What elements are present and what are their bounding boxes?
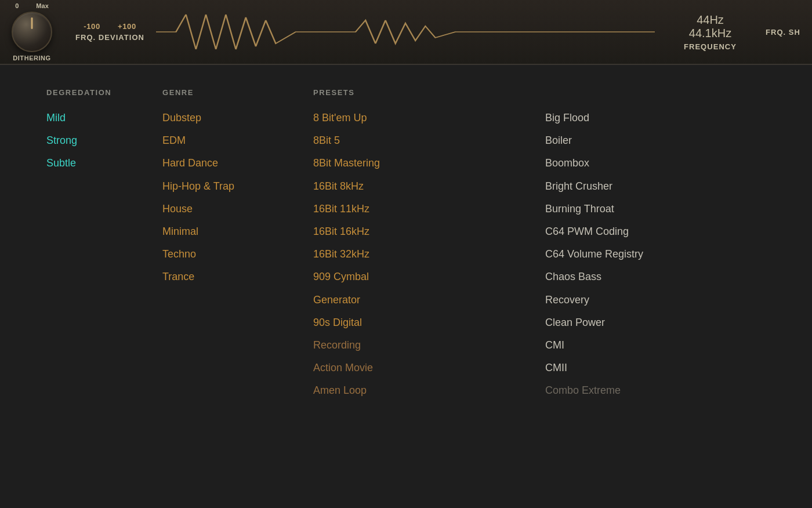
frq-dev-min: -100 (84, 22, 100, 31)
preset-item-generator[interactable]: Generator (313, 293, 545, 307)
preset-item-8bitem-up[interactable]: 8 Bit'em Up (313, 111, 545, 125)
genre-item-edm[interactable]: EDM (162, 133, 313, 148)
preset-item-16bit-11khz[interactable]: 16Bit 11kHz (313, 202, 545, 216)
preset-item-16bit-8khz[interactable]: 16Bit 8kHz (313, 179, 545, 194)
preset-item-16bit-32khz[interactable]: 16Bit 32kHz (313, 247, 545, 262)
genre-item-dubstep[interactable]: Dubstep (162, 111, 313, 125)
genre-column: GENRE Dubstep EDM Hard Dance Hip-Hop & T… (162, 88, 313, 496)
preset-item-chaos-bass[interactable]: Chaos Bass (545, 270, 777, 284)
dithering-max: Max (36, 2, 48, 9)
preset-item-amen-loop[interactable]: Amen Loop (313, 383, 545, 398)
preset-item-cmii[interactable]: CMII (545, 361, 777, 375)
presets-header: PRESETS (313, 88, 545, 97)
genre-item-minimal[interactable]: Minimal (162, 224, 313, 239)
presets-column-1: PRESETS 8 Bit'em Up 8Bit 5 8Bit Masterin… (313, 88, 545, 496)
preset-item-combo-extreme[interactable]: Combo Extreme (545, 383, 777, 398)
preset-item-clean-power[interactable]: Clean Power (545, 315, 777, 330)
genre-item-house[interactable]: House (162, 202, 313, 216)
genre-item-hard-dance[interactable]: Hard Dance (162, 156, 313, 170)
frequency-value2: 44.1kHz (689, 27, 731, 40)
top-instrument-panel: 0 Max DITHERING -100 +100 FRQ. DEVIATION… (0, 0, 812, 65)
preset-item-909-cymbal[interactable]: 909 Cymbal (313, 270, 545, 284)
preset-item-recording[interactable]: Recording (313, 338, 545, 353)
degradation-column: DEGREDATION Mild Strong Subtle (46, 88, 162, 496)
preset-item-burning-throat[interactable]: Burning Throat (545, 202, 777, 216)
preset-item-cmi[interactable]: CMI (545, 338, 777, 353)
frq-deviation-label: FRQ. DEVIATION (75, 33, 144, 42)
preset-item-8bit-mastering[interactable]: 8Bit Mastering (313, 156, 545, 170)
preset-item-c64-pwm[interactable]: C64 PWM Coding (545, 224, 777, 239)
preset-item-boiler[interactable]: Boiler (545, 133, 777, 148)
preset-item-c64-volume[interactable]: C64 Volume Registry (545, 247, 777, 262)
frq-shape-label: FRQ. SH (766, 28, 800, 37)
preset-item-action-movie[interactable]: Action Movie (313, 361, 545, 375)
preset-item-recovery[interactable]: Recovery (545, 293, 777, 307)
frq-dev-max: +100 (118, 22, 136, 31)
degradation-item-mild[interactable]: Mild (46, 111, 162, 125)
genre-item-hiphop-trap[interactable]: Hip-Hop & Trap (162, 179, 313, 194)
degradation-item-strong[interactable]: Strong (46, 133, 162, 148)
dithering-min: 0 (15, 2, 19, 9)
waveform-display (156, 9, 655, 55)
dithering-section: 0 Max DITHERING (12, 2, 52, 61)
frq-deviation-section: -100 +100 FRQ. DEVIATION (75, 22, 144, 42)
dithering-knob[interactable] (12, 12, 52, 52)
preset-item-8bit5[interactable]: 8Bit 5 (313, 133, 545, 148)
degradation-header: DEGREDATION (46, 88, 162, 97)
frequency-section: 44Hz 44.1kHz FREQUENCY (684, 13, 737, 51)
preset-item-90s-digital[interactable]: 90s Digital (313, 315, 545, 330)
preset-item-16bit-16khz[interactable]: 16Bit 16kHz (313, 224, 545, 239)
genre-item-techno[interactable]: Techno (162, 247, 313, 262)
presets-container: PRESETS 8 Bit'em Up 8Bit 5 8Bit Masterin… (313, 88, 777, 496)
frequency-label: FREQUENCY (684, 42, 737, 51)
genre-item-trance[interactable]: Trance (162, 270, 313, 284)
preset-item-boombox[interactable]: Boombox (545, 156, 777, 170)
frequency-value1: 44Hz (697, 13, 724, 27)
preset-item-bright-crusher[interactable]: Bright Crusher (545, 179, 777, 194)
preset-item-big-flood[interactable]: Big Flood (545, 111, 777, 125)
main-content-area: DEGREDATION Mild Strong Subtle GENRE Dub… (0, 65, 812, 508)
dithering-label: DITHERING (13, 55, 50, 61)
presets-column-2: PRESETS Big Flood Boiler Boombox Bright … (545, 88, 777, 496)
degradation-item-subtle[interactable]: Subtle (46, 156, 162, 170)
genre-header: GENRE (162, 88, 313, 97)
